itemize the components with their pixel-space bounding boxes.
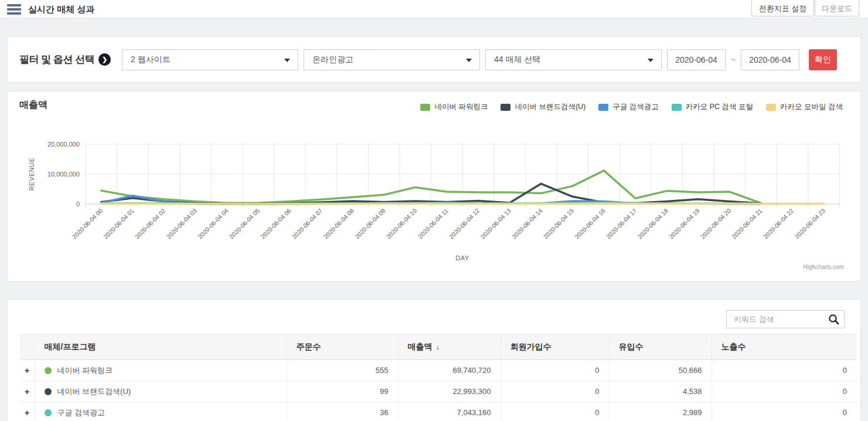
start-date-input[interactable] [667, 49, 726, 70]
y-axis-tick-label: 20,000,000 [47, 141, 80, 148]
chart-series-line[interactable] [101, 203, 824, 204]
x-axis-tick-label: 2020-06-04 17 [605, 207, 638, 240]
media-performance-panel: 매체/프로그램 주문수 매출액↓ 회원가입수 유입수 노출수 +네이버 파워링크… [7, 299, 861, 421]
column-header-inflow[interactable]: 유입수 [609, 334, 712, 360]
metric-value-cell: 2,989 [609, 402, 712, 421]
revenue-line-chart[interactable]: 010,000,00020,000,0002020-06-04 002020-0… [8, 115, 860, 282]
x-axis-tick-label: 2020-06-04 07 [291, 207, 324, 240]
media-name: 네이버 브랜드검색(U) [57, 386, 131, 397]
legend-item[interactable]: 카카오 PC 검색 포털 [672, 102, 753, 112]
sort-desc-icon[interactable]: ↓ [436, 342, 440, 351]
menu-icon[interactable] [7, 4, 21, 15]
chart-title: 매출액 [19, 99, 47, 111]
expand-plus-icon[interactable]: + [20, 381, 35, 402]
legend-label: 네이버 브랜드검색(U) [515, 102, 586, 112]
x-axis-tick-label: 2020-06-04 08 [322, 207, 355, 240]
expand-column-header [20, 334, 35, 360]
conversion-metric-settings-button[interactable]: 전환지표 설정 [751, 0, 814, 16]
date-range-separator: ~ [726, 55, 741, 64]
media-name-cell: 구글 검색광고 [35, 402, 287, 421]
table-row: +네이버 브랜드검색(U)9922,993,30004,5380 [20, 381, 856, 402]
x-axis-tick-label: 2020-06-04 14 [510, 207, 544, 240]
x-axis-tick-label: 2020-06-04 02 [134, 207, 167, 240]
column-header-impressions[interactable]: 노출수 [712, 334, 856, 360]
x-axis-tick-label: 2020-06-04 04 [196, 207, 230, 240]
chevron-right-circle-icon[interactable]: ❯ [98, 53, 111, 66]
x-axis-tick-label: 2020-06-04 16 [573, 207, 607, 240]
legend-swatch-icon [766, 104, 776, 111]
column-header-signups[interactable]: 회원가입수 [501, 334, 609, 360]
x-axis-title: DAY [455, 254, 469, 262]
expand-plus-icon[interactable]: + [20, 402, 35, 421]
column-header-media[interactable]: 매체/프로그램 [35, 334, 287, 360]
confirm-button[interactable]: 확인 [809, 49, 837, 70]
ad-type-dropdown[interactable]: 온라인광고 [304, 49, 480, 70]
media-color-dot-icon [45, 388, 52, 395]
x-axis-tick-label: 2020-06-04 05 [227, 207, 261, 240]
table-header-row: 매체/프로그램 주문수 매출액↓ 회원가입수 유입수 노출수 [20, 334, 856, 360]
x-axis-tick-label: 2020-06-04 23 [793, 207, 826, 240]
x-axis-tick-label: 2020-06-04 18 [636, 207, 669, 240]
media-name: 네이버 파워링크 [57, 365, 113, 376]
legend-item[interactable]: 네이버 파워링크 [420, 102, 488, 112]
column-header-revenue[interactable]: 매출액↓ [398, 334, 501, 360]
website-dropdown[interactable]: 2 웹사이트 [122, 49, 298, 70]
legend-item[interactable]: 네이버 브랜드검색(U) [501, 102, 586, 112]
website-dropdown-value: 2 웹사이트 [131, 55, 171, 65]
legend-swatch-icon [501, 104, 510, 111]
legend-item[interactable]: 구글 검색광고 [598, 102, 658, 112]
x-axis-tick-label: 2020-06-04 09 [353, 207, 387, 240]
highcharts-credit[interactable]: Highcharts.com [804, 264, 844, 270]
x-axis-tick-label: 2020-06-04 11 [417, 207, 450, 240]
legend-label: 카카오 모바일 검색 [780, 102, 843, 112]
x-axis-tick-label: 2020-06-04 01 [102, 207, 135, 240]
x-axis-tick-label: 2020-06-04 00 [70, 207, 104, 240]
legend-label: 구글 검색광고 [612, 102, 658, 112]
metric-value-cell: 0 [501, 402, 609, 421]
chart-legend: 네이버 파워링크네이버 브랜드검색(U)구글 검색광고카카오 PC 검색 포털카… [407, 102, 843, 112]
media-select-dropdown-value: 44 매체 선택 [494, 55, 540, 65]
media-select-dropdown[interactable]: 44 매체 선택 [485, 49, 662, 70]
x-axis-tick-label: 2020-06-04 12 [448, 207, 481, 240]
metric-value-cell: 0 [712, 381, 856, 402]
metric-value-cell: 99 [287, 381, 398, 402]
x-axis-tick-label: 2020-06-04 06 [259, 207, 292, 240]
metric-value-cell: 555 [287, 360, 398, 381]
chevron-down-icon [648, 59, 653, 62]
revenue-chart-panel: 매출액 네이버 파워링크네이버 브랜드검색(U)구글 검색광고카카오 PC 검색… [7, 91, 861, 281]
legend-label: 카카오 PC 검색 포털 [686, 102, 753, 112]
end-date-input[interactable] [741, 49, 799, 70]
legend-item[interactable]: 카카오 모바일 검색 [766, 102, 843, 112]
table-row: +네이버 파워링크55569,740,720050,6660 [20, 360, 856, 381]
metric-value-cell: 0 [501, 360, 609, 381]
legend-swatch-icon [672, 104, 682, 111]
x-axis-tick-label: 2020-06-04 13 [479, 207, 512, 240]
legend-label: 네이버 파워링크 [434, 102, 488, 112]
chevron-down-icon [466, 59, 472, 62]
x-axis-tick-label: 2020-06-04 22 [762, 207, 795, 240]
column-header-orders[interactable]: 주문수 [287, 334, 398, 360]
metric-value-cell: 22,993,300 [398, 381, 501, 402]
download-button[interactable]: 다운로드 [815, 0, 859, 16]
y-axis-title: REVENUE [28, 158, 35, 191]
metric-value-cell: 7,043,160 [398, 402, 501, 421]
keyword-search-input[interactable] [726, 310, 845, 328]
metric-value-cell: 50,666 [609, 360, 712, 381]
y-axis-tick-label: 10,000,000 [47, 171, 80, 178]
media-name: 구글 검색광고 [57, 408, 105, 418]
ad-type-dropdown-value: 온라인광고 [312, 55, 353, 65]
legend-swatch-icon [598, 104, 608, 111]
media-performance-table: 매체/프로그램 주문수 매출액↓ 회원가입수 유입수 노출수 +네이버 파워링크… [20, 334, 856, 421]
chevron-down-icon [284, 59, 290, 62]
legend-swatch-icon [420, 104, 430, 111]
media-name-cell: 네이버 브랜드검색(U) [35, 381, 287, 402]
media-color-dot-icon [45, 367, 52, 374]
search-icon[interactable] [828, 314, 839, 325]
table-row: +구글 검색광고367,043,16002,9890 [20, 402, 856, 421]
expand-plus-icon[interactable]: + [20, 360, 35, 381]
y-axis-tick-label: 0 [76, 201, 80, 208]
media-name-cell: 네이버 파워링크 [35, 360, 287, 381]
x-axis-tick-label: 2020-06-04 21 [730, 207, 764, 240]
keyword-search [726, 310, 845, 328]
metric-value-cell: 69,740,720 [398, 360, 501, 381]
